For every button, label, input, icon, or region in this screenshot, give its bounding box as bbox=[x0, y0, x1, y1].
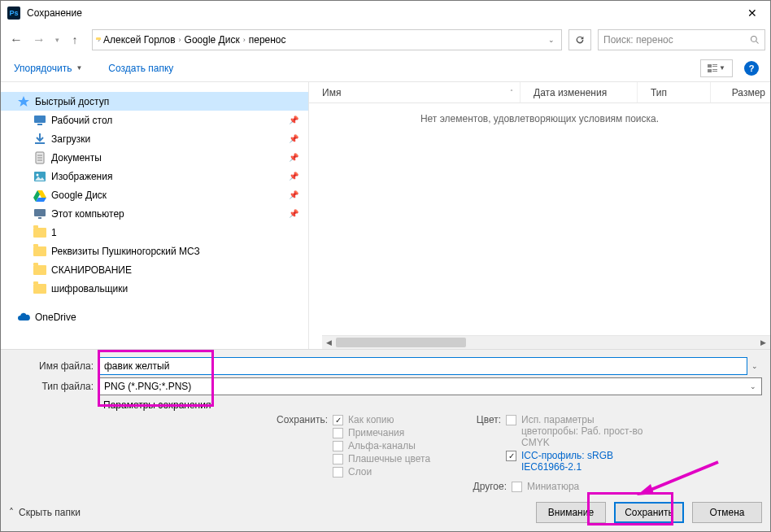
refresh-button[interactable] bbox=[568, 29, 591, 50]
svg-point-17 bbox=[37, 173, 39, 176]
svg-rect-6 bbox=[712, 69, 717, 70]
help-button[interactable]: ? bbox=[744, 61, 759, 76]
scroll-left-icon[interactable]: ◀ bbox=[322, 336, 336, 349]
titlebar: Ps Сохранение ✕ bbox=[1, 1, 770, 25]
toolbar: Упорядочить▼ Создать папку ▼ ? bbox=[1, 55, 770, 82]
nav-up-button[interactable]: ↑ bbox=[64, 29, 85, 50]
col-date[interactable]: Дата изменения bbox=[521, 82, 638, 102]
pin-icon: 📌 bbox=[289, 153, 298, 162]
chk-thumb bbox=[512, 482, 522, 492]
tree-item-folder-3[interactable]: СКАНИРОВАНИЕ bbox=[1, 260, 308, 279]
svg-rect-4 bbox=[712, 66, 717, 67]
nav-tree: Быстрый доступ Рабочий стол📌 Загрузки📌 Д… bbox=[1, 82, 308, 349]
breadcrumb-seg-1[interactable]: Google Диск bbox=[183, 34, 242, 46]
svg-point-0 bbox=[751, 37, 757, 42]
save-dialog: Ps Сохранение ✕ ← → ▾ ↑ › Алексей Горлов… bbox=[0, 0, 771, 532]
filetype-combo[interactable]: PNG (*.PNG;*.PNS) ⌄ bbox=[98, 377, 762, 395]
folder-icon bbox=[33, 226, 46, 239]
attention-button[interactable]: Внимание bbox=[536, 502, 606, 523]
svg-line-1 bbox=[756, 41, 759, 44]
file-area: Имя˄ Дата изменения Тип Размер Нет элеме… bbox=[308, 82, 770, 349]
desktop-icon bbox=[33, 114, 46, 127]
breadcrumb[interactable]: › Алексей Горлов › Google Диск › перенос… bbox=[92, 29, 562, 50]
chk-spot bbox=[333, 454, 343, 464]
bottom-panel: Имя файла: ⌄ Тип файла: PNG (*.PNG;*.PNS… bbox=[1, 349, 770, 531]
pin-icon: 📌 bbox=[289, 190, 298, 199]
cancel-button[interactable]: Отмена bbox=[692, 502, 762, 523]
nav-history-dropdown[interactable]: ▾ bbox=[51, 36, 63, 44]
tree-onedrive[interactable]: OneDrive bbox=[1, 307, 308, 326]
scroll-thumb[interactable] bbox=[336, 338, 466, 347]
documents-icon bbox=[33, 151, 46, 164]
tree-item-downloads[interactable]: Загрузки📌 bbox=[1, 129, 308, 148]
tree-item-gdrive[interactable]: Google Диск📌 bbox=[1, 185, 308, 204]
search-input[interactable]: Поиск: перенос bbox=[598, 29, 765, 50]
window-title: Сохранение bbox=[27, 7, 734, 19]
col-size[interactable]: Размер bbox=[711, 82, 770, 102]
svg-rect-2 bbox=[708, 64, 712, 68]
new-folder-button[interactable]: Создать папку bbox=[107, 60, 175, 76]
close-button[interactable]: ✕ bbox=[734, 1, 770, 25]
breadcrumb-seg-0[interactable]: Алексей Горлов bbox=[102, 34, 177, 46]
col-type[interactable]: Тип bbox=[638, 82, 711, 102]
hide-folders-toggle[interactable]: ˄Скрыть папки bbox=[9, 507, 81, 518]
pin-icon: 📌 bbox=[289, 172, 298, 181]
save-button[interactable]: Сохранить bbox=[614, 502, 684, 523]
h-scrollbar[interactable]: ◀ ▶ bbox=[322, 335, 770, 349]
pin-icon: 📌 bbox=[289, 134, 298, 143]
svg-marker-8 bbox=[18, 96, 29, 107]
nav-bar: ← → ▾ ↑ › Алексей Горлов › Google Диск ›… bbox=[1, 25, 770, 55]
col-name[interactable]: Имя˄ bbox=[309, 82, 521, 102]
column-headers: Имя˄ Дата изменения Тип Размер bbox=[309, 82, 770, 103]
tree-item-desktop[interactable]: Рабочий стол📌 bbox=[1, 111, 308, 129]
sort-indicator: ˄ bbox=[510, 89, 513, 96]
breadcrumb-seg-2[interactable]: перенос bbox=[247, 34, 288, 46]
breadcrumb-dropdown[interactable]: ⌄ bbox=[545, 36, 558, 44]
svg-rect-9 bbox=[34, 116, 46, 123]
folder-icon bbox=[33, 282, 46, 295]
svg-rect-3 bbox=[712, 64, 717, 65]
tree-item-documents[interactable]: Документы📌 bbox=[1, 148, 308, 167]
tree-item-thispc[interactable]: Этот компьютер📌 bbox=[1, 204, 308, 223]
chevron-up-icon: ˄ bbox=[9, 507, 14, 518]
folder-icon bbox=[33, 264, 46, 277]
chk-icc[interactable]: ✓ bbox=[506, 451, 516, 461]
svg-rect-5 bbox=[708, 69, 712, 72]
view-mode-button[interactable]: ▼ bbox=[700, 59, 733, 77]
gdrive-icon bbox=[33, 189, 46, 202]
main-body: Быстрый доступ Рабочий стол📌 Загрузки📌 Д… bbox=[1, 82, 770, 349]
downloads-icon bbox=[33, 133, 46, 146]
filename-input[interactable] bbox=[98, 357, 747, 375]
tree-item-folder-2[interactable]: Реквизиты Пушкиногорский МСЗ bbox=[1, 242, 308, 260]
tree-item-folder-4[interactable]: шифровальщики bbox=[1, 279, 308, 298]
svg-rect-21 bbox=[34, 209, 46, 216]
nav-back-button[interactable]: ← bbox=[6, 29, 27, 50]
chevron-down-icon: ⌄ bbox=[750, 382, 756, 390]
star-icon bbox=[17, 95, 30, 108]
organize-button[interactable]: Упорядочить▼ bbox=[12, 60, 84, 76]
scroll-right-icon[interactable]: ▶ bbox=[756, 336, 770, 349]
svg-rect-10 bbox=[37, 124, 42, 125]
tree-item-pictures[interactable]: Изображения📌 bbox=[1, 167, 308, 185]
chk-layers bbox=[333, 467, 343, 477]
pc-icon bbox=[33, 207, 46, 220]
chk-as-copy: ✓ bbox=[333, 415, 343, 425]
pin-icon: 📌 bbox=[289, 209, 298, 218]
folder-icon bbox=[33, 245, 46, 258]
app-icon: Ps bbox=[7, 7, 20, 20]
tree-item-folder-1[interactable]: 1 bbox=[1, 223, 308, 242]
search-placeholder: Поиск: перенос bbox=[603, 34, 673, 46]
tree-quick-access[interactable]: Быстрый доступ bbox=[1, 92, 308, 111]
action-row: ˄Скрыть папки Внимание Сохранить Отмена bbox=[9, 497, 762, 523]
chk-notes bbox=[333, 428, 343, 438]
filename-dropdown[interactable]: ⌄ bbox=[747, 362, 762, 370]
svg-rect-7 bbox=[712, 71, 717, 72]
empty-message: Нет элементов, удовлетворяющих условиям … bbox=[309, 103, 770, 124]
save-params-link[interactable]: Параметры сохранения bbox=[103, 398, 762, 412]
filetype-label: Тип файла: bbox=[9, 381, 98, 392]
chk-alpha bbox=[333, 441, 343, 451]
search-icon bbox=[750, 35, 760, 45]
filename-label: Имя файла: bbox=[9, 360, 98, 372]
save-options: Сохранить:✓Как копию Примечания Альфа-ка… bbox=[9, 412, 762, 497]
pin-icon: 📌 bbox=[289, 116, 298, 124]
